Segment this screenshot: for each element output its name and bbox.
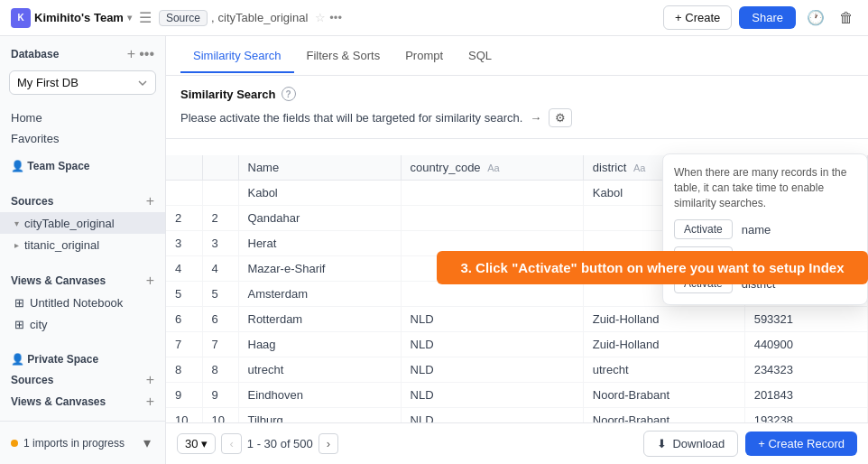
cell-country: NLD (401, 383, 583, 408)
sidebar-item-titanic[interactable]: ▸ titanic_original ••• (0, 234, 165, 255)
cell-id1: 8 (166, 357, 202, 383)
team-space-label: 👤 Team Space (11, 160, 90, 172)
sources-add-button[interactable]: + (146, 194, 154, 209)
sidebar-item-city-left: ⊞ city (14, 318, 48, 331)
private-views-add[interactable]: + (146, 394, 154, 409)
info-icon[interactable]: ? (282, 87, 296, 101)
private-sources-add[interactable]: + (146, 373, 154, 387)
imports-badge: 1 imports in progress (11, 437, 125, 450)
views-label: Views & Canvases (11, 274, 106, 287)
bottom-bar: 30 ▾ ‹ 1 - 30 of 500 › ⬇ Download + Crea… (166, 422, 868, 464)
bottom-left: 30 ▾ ‹ 1 - 30 of 500 › (177, 433, 338, 454)
create-record-button[interactable]: + Create Record (745, 432, 857, 456)
share-button[interactable]: Share (739, 6, 796, 29)
city-icon: ⊞ (14, 318, 24, 331)
database-add-button[interactable]: + (127, 47, 135, 61)
cell-name: Kabol (238, 181, 401, 206)
top-bar-right: + Create Share 🕐 🗑 (663, 5, 857, 30)
cell-id1: 6 (166, 307, 202, 332)
download-button[interactable]: ⬇ Download (643, 431, 738, 457)
sidebar-collapse-icon[interactable]: ☰ (139, 9, 152, 26)
similarity-search-panel: Similarity Search ? Please activate the … (166, 76, 868, 139)
cell-country (401, 206, 583, 231)
tab-prompt[interactable]: Prompt (392, 40, 456, 73)
breadcrumb: Source , cityTable_original ☆ ••• (159, 10, 342, 26)
cell-id2 (202, 181, 238, 206)
sidebar-item-notebook-label: Untitled Notebook (30, 296, 123, 310)
sidebar-item-titanic-left: ▸ titanic_original (14, 238, 99, 252)
per-page-chevron: ▾ (201, 437, 208, 450)
sidebar-item-titanic-label: titanic_original (24, 238, 99, 252)
sidebar-item-home[interactable]: Home (0, 107, 165, 128)
imports-expand-icon[interactable]: ▾ (140, 431, 154, 455)
sim-search-settings-button[interactable]: ⚙ (549, 108, 572, 127)
team-space-section: 👤 Team Space (0, 149, 165, 183)
download-icon: ⬇ (657, 437, 667, 450)
breadcrumb-separator: , (211, 11, 215, 24)
sidebar-item-favorites[interactable]: Favorites (0, 128, 165, 149)
team-chevron-icon: ▾ (127, 13, 132, 23)
content-area: Similarity Search Filters & Sorts Prompt… (166, 36, 868, 464)
per-page-select[interactable]: 30 ▾ (177, 433, 216, 454)
db-select[interactable]: My First DB (9, 70, 156, 95)
tab-sql[interactable]: SQL (456, 40, 504, 73)
cell-district: Zuid-Holland (583, 307, 744, 332)
create-button[interactable]: + Create (663, 5, 732, 30)
th-country-code[interactable]: country_code Aa (401, 155, 583, 181)
sim-search-description: Please activate the fields that will be … (180, 111, 522, 125)
more-icon[interactable]: ••• (329, 11, 342, 24)
next-page-button[interactable]: › (319, 433, 338, 454)
cell-id1: 3 (166, 231, 202, 256)
notebook-icon: ⊞ (14, 296, 24, 310)
imports-label: 1 imports in progress (23, 437, 125, 450)
cell-name: Eindhoven (238, 383, 401, 408)
page-info: 1 - 30 of 500 (247, 437, 313, 450)
table-row: 9 9 Eindhoven NLD Noord-Brabant 201843 (166, 383, 868, 408)
prev-page-button[interactable]: ‹ (221, 433, 241, 454)
table-row: 7 7 Haag NLD Zuid-Holland 440900 (166, 332, 868, 357)
team-avatar: K (11, 8, 31, 28)
team-space-header: 👤 Team Space (0, 156, 165, 176)
database-more-button[interactable]: ••• (139, 47, 154, 61)
private-views-header: Views & Canvases + (0, 391, 165, 413)
tab-similarity[interactable]: Similarity Search (180, 40, 294, 73)
team-name[interactable]: K Kimihito's Team ▾ (11, 8, 132, 28)
activate-name-button[interactable]: Activate (674, 219, 733, 239)
table-name: cityTable_original (218, 11, 309, 24)
tab-filters[interactable]: Filters & Sorts (294, 40, 393, 73)
history-icon[interactable]: 🕐 (803, 5, 828, 30)
th-name[interactable]: Name (238, 155, 401, 181)
instruction-banner: 3. Click "Activate" button on where you … (437, 251, 868, 284)
cell-id1: 7 (166, 332, 202, 357)
database-label: Database (11, 48, 59, 60)
delete-icon[interactable]: 🗑 (836, 6, 857, 30)
cell-country: NLD (401, 332, 583, 357)
source-badge: Source (159, 10, 208, 26)
cell-district: Noord-Brabant (583, 383, 744, 408)
expand-icon-2: ▸ (14, 240, 19, 250)
sim-search-header: Similarity Search ? (180, 87, 854, 101)
cell-id2: 7 (202, 332, 238, 357)
sidebar-item-citytable[interactable]: ▾ cityTable_original ••• (0, 212, 165, 234)
cell-id1: 9 (166, 383, 202, 408)
sidebar-item-notebook[interactable]: ⊞ Untitled Notebook ••• (0, 292, 165, 313)
table-row: 6 6 Rotterdam NLD Zuid-Holland 593321 (166, 307, 868, 332)
cell-population: 201843 (744, 383, 867, 408)
sidebar-item-city-label: city (30, 318, 48, 331)
activate-row-name: Activate name (674, 219, 856, 239)
table-row: 8 8 utrecht NLD utrecht 234323 (166, 357, 868, 383)
expand-icon: ▾ (14, 218, 19, 228)
per-page-value: 30 (185, 437, 198, 450)
cell-id1: 10 (166, 408, 202, 423)
views-add-button[interactable]: + (146, 274, 154, 288)
team-label: Kimihito's Team (34, 11, 124, 24)
sim-search-arrow: → (530, 111, 541, 125)
cell-district: Zuid-Holland (583, 332, 744, 357)
sidebar-item-notebook-left: ⊞ Untitled Notebook (14, 296, 123, 310)
sources-label: Sources (11, 195, 53, 208)
activate-name-field: name (742, 223, 771, 237)
sidebar-footer: 1 imports in progress ▾ (0, 421, 165, 464)
star-icon[interactable]: ☆ (315, 11, 326, 24)
sidebar-item-city[interactable]: ⊞ city ••• (0, 313, 165, 335)
database-section: Database + ••• My First DB (0, 36, 165, 107)
